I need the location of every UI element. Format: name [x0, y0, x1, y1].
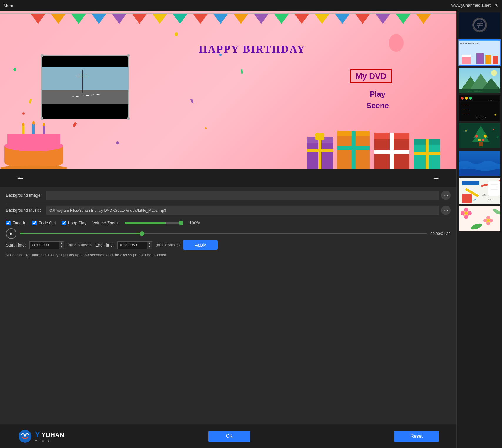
loop-play-checkbox-label[interactable]: Loop Play	[62, 221, 86, 225]
divider-2	[6, 218, 451, 218]
svg-point-134	[483, 219, 487, 222]
svg-point-103	[475, 135, 478, 138]
start-time-unit: (min/sec/msec)	[68, 243, 92, 247]
svg-point-127	[464, 215, 468, 219]
svg-point-128	[461, 211, 465, 215]
end-time-label: End Time:	[95, 243, 114, 247]
play-scene-text: Play Scene	[366, 89, 389, 111]
website-label: www.yuhanmedia.net	[451, 3, 491, 8]
loop-play-checkbox[interactable]	[62, 221, 66, 225]
logo-text-area: Y YUHAN MEDIA	[35, 430, 64, 443]
thumb-dark-lines-svg: →→→ →→→ →→→ 2:43 MY DVD ★	[459, 95, 500, 121]
start-time-down-button[interactable]: ▼	[59, 245, 64, 249]
svg-text:MY DVD: MY DVD	[476, 116, 486, 119]
next-arrow-button[interactable]: →	[427, 172, 445, 184]
thumbnail-7[interactable]: Aa ABC ✂	[458, 178, 501, 204]
options-row: Fade In Fade Out Loop Play Volume Zoom: …	[6, 221, 451, 225]
svg-point-62	[116, 141, 119, 144]
thumbnail-6[interactable]	[458, 150, 501, 176]
thumb-dark-bg	[459, 12, 500, 38]
thumbnail-4[interactable]: →→→ →→→ →→→ 2:43 MY DVD ★	[458, 95, 501, 121]
top-bar: Menu www.yuhanmedia.net ✕	[0, 0, 502, 11]
dvd-label: My DVD	[350, 69, 392, 83]
svg-rect-24	[42, 90, 128, 104]
svg-rect-35	[43, 125, 45, 134]
svg-rect-57	[414, 152, 440, 155]
svg-point-106	[482, 139, 484, 141]
svg-marker-8	[173, 14, 188, 24]
thumbnail-3[interactable]: HAPPY BIRTHDAY	[458, 67, 501, 94]
thumb-mountain-bg: HAPPY BIRTHDAY	[459, 68, 500, 93]
volume-slider[interactable]	[125, 222, 183, 224]
fade-in-label: Fade In	[12, 221, 26, 225]
fade-in-checkbox[interactable]	[6, 221, 11, 225]
preview-area: HAPPY BIRTHDAY	[0, 11, 456, 169]
notice-text: Notice: Background music only supports u…	[6, 253, 451, 257]
bg-image-input[interactable]	[46, 191, 439, 200]
ok-button[interactable]: OK	[208, 431, 250, 442]
svg-marker-17	[355, 14, 370, 24]
thumb-circle-icon	[472, 18, 487, 32]
end-time-input-wrap: ▲ ▼	[117, 241, 152, 249]
svg-point-91	[469, 97, 472, 100]
end-time-input[interactable]	[118, 242, 147, 248]
bg-image-browse-button[interactable]: ⋯	[441, 191, 451, 200]
svg-point-36	[22, 123, 24, 126]
svg-rect-33	[22, 125, 24, 134]
bottom-bar: Y YUHAN MEDIA OK Reset	[0, 424, 456, 448]
prev-arrow-button[interactable]: ←	[12, 172, 29, 184]
fade-in-checkbox-label[interactable]: Fade In	[6, 221, 26, 225]
svg-rect-43	[307, 149, 333, 152]
thumbnail-2[interactable]: HAPPY BIRTHDAY!	[458, 39, 501, 66]
birthday-background: HAPPY BIRTHDAY	[0, 11, 456, 169]
svg-point-129	[465, 212, 468, 215]
thumb-christmas-bg: ★ ★ ★	[459, 123, 500, 148]
progress-track[interactable]	[20, 233, 427, 234]
thumb-birthday-svg: HAPPY BIRTHDAY!	[459, 40, 500, 65]
svg-marker-3	[71, 14, 86, 24]
start-time-stepper: ▲ ▼	[59, 242, 64, 249]
thumbnail-1[interactable]	[458, 12, 501, 38]
thumb-school-svg: Aa ABC ✂	[459, 178, 500, 204]
svg-marker-14	[294, 14, 309, 24]
player-row: ▶ 00:00/01:32	[6, 228, 451, 239]
svg-line-72	[478, 21, 481, 29]
bg-music-input[interactable]	[46, 206, 439, 215]
divider-1	[6, 203, 451, 203]
svg-marker-18	[375, 14, 391, 24]
end-time-down-button[interactable]: ▼	[147, 245, 152, 249]
svg-marker-9	[193, 14, 208, 24]
svg-marker-10	[213, 14, 228, 24]
gifts-decoration	[304, 114, 456, 169]
svg-rect-80	[476, 53, 484, 64]
reset-button[interactable]: Reset	[394, 431, 439, 442]
svg-point-90	[465, 97, 468, 100]
start-time-up-button[interactable]: ▲	[59, 242, 64, 245]
top-bar-right: www.yuhanmedia.net ✕	[451, 2, 498, 9]
thumbnail-8[interactable]	[458, 205, 501, 232]
svg-point-39	[0, 166, 68, 169]
fade-out-checkbox-label[interactable]: Fade Out	[32, 221, 56, 225]
svg-point-37	[32, 121, 35, 125]
bg-music-browse-button[interactable]: ⋯	[441, 206, 451, 215]
start-time-input[interactable]	[30, 242, 59, 248]
svg-marker-20	[416, 14, 431, 24]
svg-rect-21	[42, 56, 128, 67]
apply-button[interactable]: Apply	[183, 240, 218, 250]
play-button[interactable]: ▶	[6, 228, 16, 239]
bg-image-label: Background Image:	[6, 193, 44, 198]
thumb-waves-bg	[459, 151, 500, 176]
end-time-up-button[interactable]: ▲	[147, 242, 152, 245]
thumb-mountain-svg: HAPPY BIRTHDAY	[459, 68, 501, 93]
svg-text:✂: ✂	[473, 197, 477, 202]
svg-rect-78	[485, 55, 491, 64]
menu-label[interactable]: Menu	[4, 3, 15, 8]
thumbnail-5[interactable]: ★ ★ ★	[458, 122, 501, 149]
svg-marker-5	[112, 14, 127, 24]
loop-play-label: Loop Play	[68, 221, 86, 225]
not-equal-icon	[473, 19, 486, 31]
svg-rect-77	[462, 55, 471, 57]
svg-marker-6	[132, 14, 147, 24]
fade-out-checkbox[interactable]	[32, 221, 37, 225]
close-button[interactable]: ✕	[494, 2, 498, 9]
